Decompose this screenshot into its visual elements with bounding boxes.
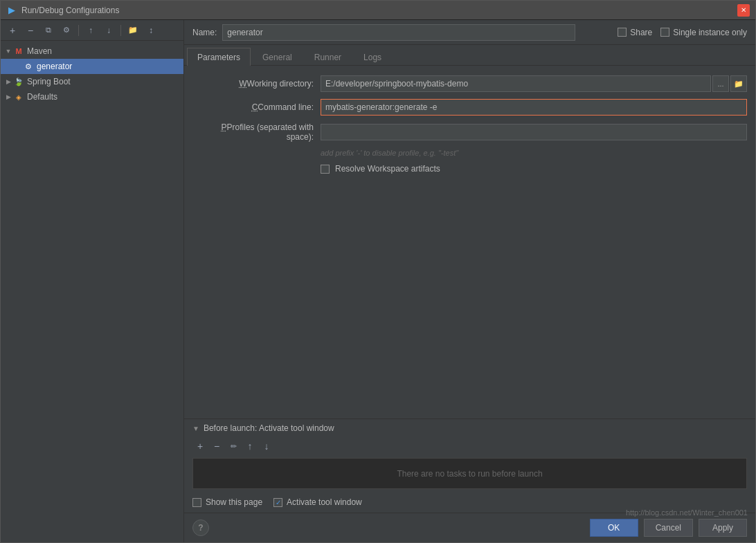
profiles-input[interactable] [321, 124, 747, 140]
sidebar-toolbar: + − ⧉ ⚙ ↑ ↓ 📁 [1, 20, 183, 41]
profiles-label: PProfiles (separated with space): [192, 122, 321, 142]
single-instance-checkbox[interactable] [660, 28, 669, 37]
before-launch-down-button[interactable]: ↓ [259, 439, 274, 454]
share-checkbox[interactable] [618, 28, 627, 37]
tree-item-spring-boot[interactable]: ▶ 🍃 Spring Boot [1, 74, 183, 89]
activate-tool-option: Activate tool window [273, 497, 362, 507]
expand-arrow-defaults: ▶ [3, 93, 13, 100]
run-debug-configurations-dialog: ▶ Run/Debug Configurations ✕ + − ⧉ ⚙ [0, 0, 756, 543]
tab-runner[interactable]: Runner [304, 48, 352, 66]
move-up-button[interactable]: ↑ [83, 23, 98, 38]
before-launch-remove-button[interactable]: − [209, 439, 224, 454]
show-page-label: Show this page [206, 497, 262, 507]
tabs-bar: Parameters General Runner Logs [184, 45, 755, 66]
profiles-hint: add prefix '-' to disable profile, e.g. … [192, 149, 747, 157]
sidebar: + − ⧉ ⚙ ↑ ↓ 📁 [1, 20, 184, 542]
gear-icon-generator: ⚙ [23, 61, 34, 72]
config-tree: ▼ M Maven ⚙ generator ▶ 🍃 Spring Boot [1, 41, 183, 542]
close-button[interactable]: ✕ [737, 4, 750, 17]
window-icon: ▶ [6, 5, 17, 16]
before-launch-expand-arrow: ▼ [192, 425, 199, 432]
working-directory-input-group: ... 📁 [321, 75, 747, 92]
command-line-row: CCommand line: [192, 99, 747, 116]
before-launch-section: ▼ Before launch: Activate tool window + … [184, 418, 755, 513]
before-launch-up-button[interactable]: ↑ [242, 439, 258, 454]
ok-button[interactable]: OK [590, 519, 638, 537]
tree-label-spring-boot: Spring Boot [27, 77, 71, 86]
expand-arrow-spring: ▶ [3, 78, 13, 85]
tree-label-generator: generator [37, 62, 72, 71]
name-bar: Name: Share Single instance only [184, 20, 755, 45]
working-directory-browse-dots[interactable]: ... [712, 75, 729, 92]
defaults-icon: ◈ [13, 91, 24, 102]
maven-icon: M [13, 46, 24, 57]
before-launch-add-button[interactable]: + [192, 439, 208, 454]
working-directory-label: WWorking directory: [192, 79, 321, 89]
toolbar-separator-2 [120, 25, 121, 36]
name-label: Name: [192, 28, 217, 37]
sort-button[interactable]: ↕ [143, 23, 159, 38]
share-label: Share [630, 28, 652, 37]
before-launch-title: Before launch: Activate tool window [204, 423, 334, 433]
tab-general[interactable]: General [252, 48, 303, 66]
title-bar: ▶ Run/Debug Configurations ✕ [1, 1, 755, 20]
no-tasks-text: There are no tasks to run before launch [397, 469, 542, 479]
create-folder-button[interactable]: 📁 [125, 23, 141, 38]
window-title: Run/Debug Configurations [21, 6, 737, 15]
tree-item-defaults[interactable]: ▶ ◈ Defaults [1, 89, 183, 104]
add-config-button[interactable]: + [5, 23, 20, 38]
before-launch-list: There are no tasks to run before launch [192, 458, 747, 489]
working-directory-browse-folder[interactable]: 📁 [730, 75, 747, 92]
expand-arrow-maven: ▼ [3, 48, 13, 55]
resolve-workspace-checkbox[interactable] [321, 165, 330, 174]
single-instance-option: Single instance only [660, 28, 747, 37]
tree-item-maven[interactable]: ▼ M Maven [1, 44, 183, 59]
name-input[interactable] [222, 24, 575, 41]
tree-label-defaults: Defaults [27, 92, 57, 102]
tree-item-generator[interactable]: ⚙ generator [1, 59, 183, 74]
window-controls: ✕ [737, 4, 750, 17]
cancel-button[interactable]: Cancel [644, 519, 693, 537]
share-option: Share [618, 28, 652, 37]
resolve-workspace-label: Resolve Workspace artifacts [335, 164, 440, 174]
tree-label-maven: Maven [27, 46, 52, 56]
activate-tool-checkbox[interactable] [273, 498, 282, 507]
parameters-form: WWorking directory: ... 📁 CCommand line: [184, 66, 755, 418]
show-page-option: Show this page [192, 497, 262, 507]
command-line-label: CCommand line: [192, 102, 321, 112]
tab-parameters[interactable]: Parameters [187, 48, 251, 66]
header-options: Share Single instance only [618, 28, 747, 37]
right-panel: Name: Share Single instance only Param [184, 20, 755, 542]
activate-tool-label: Activate tool window [287, 497, 362, 507]
before-launch-header[interactable]: ▼ Before launch: Activate tool window [184, 419, 755, 437]
bottom-checkboxes: Show this page Activate tool window [184, 492, 755, 513]
command-line-input[interactable] [321, 99, 747, 116]
spring-icon: 🍃 [13, 76, 24, 87]
single-instance-label: Single instance only [673, 28, 747, 37]
profiles-row: PProfiles (separated with space): [192, 122, 747, 142]
dialog-buttons: ? OK Cancel Apply [184, 513, 755, 542]
working-directory-input[interactable] [321, 75, 711, 92]
remove-config-button[interactable]: − [23, 23, 38, 38]
copy-config-button[interactable]: ⧉ [41, 23, 56, 38]
help-button[interactable]: ? [192, 519, 209, 536]
toolbar-separator [78, 25, 79, 36]
before-launch-edit-button[interactable]: ✏ [226, 439, 241, 454]
resolve-workspace-row: Resolve Workspace artifacts [192, 164, 747, 174]
main-content: + − ⧉ ⚙ ↑ ↓ 📁 [1, 20, 755, 542]
move-settings-button[interactable]: ⚙ [59, 23, 74, 38]
before-launch-toolbar: + − ✏ ↑ ↓ [184, 437, 755, 455]
show-page-checkbox[interactable] [192, 498, 201, 507]
tab-logs[interactable]: Logs [353, 48, 392, 66]
apply-button[interactable]: Apply [699, 519, 747, 537]
move-down-button[interactable]: ↓ [101, 23, 116, 38]
working-directory-row: WWorking directory: ... 📁 [192, 75, 747, 92]
